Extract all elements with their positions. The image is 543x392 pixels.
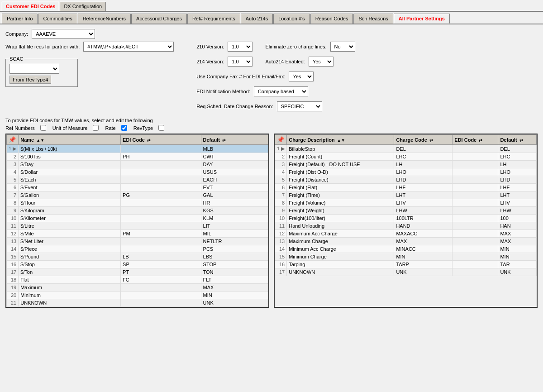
row-number: 14 <box>275 245 287 253</box>
ref-numbers-checkbox[interactable] <box>40 125 46 131</box>
left-table-row[interactable]: 7 $/Gallon PG GAL <box>7 191 268 199</box>
left-table-row[interactable]: 14 $/Piece PCS <box>7 245 268 253</box>
left-table-row[interactable]: 17 $/Ton PT TON <box>7 268 268 276</box>
eliminate-select[interactable]: No <box>330 42 355 52</box>
row-number: 7 <box>275 191 287 199</box>
rev-type-display: From RevType4 <box>10 76 51 84</box>
tab-reason-codes[interactable]: Reason Codes <box>310 14 353 24</box>
right-table-row[interactable]: 2 Freight (Count) LHC LHC <box>275 153 537 161</box>
row-name: $/Kilogram <box>19 207 121 215</box>
right-table-row[interactable]: 3 Freight (Default) - DO NOT USE LH LH <box>275 161 537 168</box>
left-table-row[interactable]: 11 $/Litre LIT <box>7 222 268 230</box>
auto214-label: Auto214 Enabled: <box>265 59 305 64</box>
right-table-row[interactable]: 12 Maximum Acc Charge MAXACC MAX <box>275 230 537 238</box>
tab-commodities[interactable]: Commodities <box>38 14 77 24</box>
wrap-flat-file-select[interactable]: #TMW,\P,<data>,#EOT <box>83 42 174 52</box>
left-th-name[interactable]: Name ▲▼ <box>19 135 121 145</box>
left-table-row[interactable]: 15 $/Pound LB LBS <box>7 253 268 261</box>
tab-dx-configuration[interactable]: DX Configuration <box>60 2 106 11</box>
unit-of-measure-checkbox[interactable] <box>93 125 99 131</box>
auto214-select[interactable]: Yes <box>309 57 333 67</box>
use-company-fax-select[interactable]: Yes <box>289 72 314 81</box>
tab-ref-requirements[interactable]: Ref# Requirements <box>187 14 240 24</box>
left-table-row[interactable]: 3 $/Day DAY <box>7 161 268 168</box>
right-th-pin[interactable]: 📌 <box>275 135 287 145</box>
row-name: $/Hour <box>19 199 121 207</box>
row-default: STOP <box>201 261 268 268</box>
tab-accessorial-charges[interactable]: Accessorial Charges <box>131 14 187 24</box>
right-table-row[interactable]: 10 Freight(100/liter) 100LTR 100 <box>275 215 537 222</box>
row-charge-code: LHV <box>394 199 452 207</box>
tab-sch-reasons[interactable]: Sch Reasons <box>353 14 393 24</box>
right-th-charge-code[interactable]: Charge Code ⇄ <box>394 135 452 145</box>
v210-select[interactable]: 1.0 <box>228 42 252 52</box>
left-table-row[interactable]: 19 Maximum MAX <box>7 284 268 292</box>
left-table-row[interactable]: 4 $/Dollar USUS <box>7 168 268 176</box>
company-row: Company: AAAEVE <box>5 29 538 39</box>
left-table-row[interactable]: 21 UNKNOWN UNK <box>7 299 268 307</box>
row-edi-code <box>452 253 498 261</box>
left-th-edi-code[interactable]: EDI Code ⇄ <box>121 135 201 145</box>
row-charge-desc: UNKNOWN <box>287 268 394 276</box>
left-table-row[interactable]: 8 $/Hour HR <box>7 199 268 207</box>
row-charge-code: LHO <box>394 168 452 176</box>
row-name: $/Each <box>19 176 121 184</box>
tab-customer-edi-codes[interactable]: Customer EDI Codes <box>2 2 59 11</box>
row-number: 9 <box>275 207 287 215</box>
v214-select[interactable]: 1.0 <box>228 57 252 67</box>
tab-reference-numbers[interactable]: ReferenceNumbers <box>78 14 131 24</box>
row-edi-code <box>121 215 201 222</box>
row-edi-code <box>452 161 498 168</box>
row-charge-desc: Freight (Dist O-D) <box>287 168 394 176</box>
right-table-row[interactable]: 14 Minimum Acc Charge MINACC MIN <box>275 245 537 253</box>
row-charge-code: UNK <box>394 268 452 276</box>
right-table-row[interactable]: 13 Maximum Charge MAX MAX <box>275 238 537 245</box>
row-number: 13 <box>275 238 287 245</box>
left-table-row[interactable]: 5 $/Each EACH <box>7 176 268 184</box>
right-table-row[interactable]: 15 Minimum Charge MIN MIN <box>275 253 537 261</box>
left-table-row[interactable]: 2 $/100 lbs PH CWT <box>7 153 268 161</box>
req-sched-select[interactable]: SPECIFIC <box>277 101 322 111</box>
rev-type-checkbox[interactable] <box>158 125 164 131</box>
left-table-row[interactable]: 20 Minimum MIN <box>7 292 268 299</box>
right-table-row[interactable]: 11 Hand Unloading HAND HAN <box>275 222 537 230</box>
right-table-row[interactable]: 6 Freight (Flat) LHF LHF <box>275 184 537 191</box>
rate-checkbox[interactable] <box>121 125 127 131</box>
row-default: USUS <box>201 168 268 176</box>
row-edi-code: SP <box>121 261 201 268</box>
left-th-pin[interactable]: 📌 <box>7 135 19 145</box>
left-table-row[interactable]: 6 $/Event EVT <box>7 184 268 191</box>
left-table-row[interactable]: 18 Flat FC FLT <box>7 276 268 284</box>
right-th-default[interactable]: Default ⇄ <box>498 135 537 145</box>
row-name: $/Dollar <box>19 168 121 176</box>
tab-all-partner-settings[interactable]: All Partner Settings <box>394 14 450 24</box>
row-charge-code: LH <box>394 161 452 168</box>
edi-notification-select[interactable]: Company based <box>254 86 308 96</box>
tab-partner-info[interactable]: Partner Info <box>2 14 38 24</box>
left-table-row[interactable]: 13 $/Net Liter NETLTR <box>7 238 268 245</box>
right-th-charge-desc[interactable]: Charge Description ▲▼ <box>287 135 394 145</box>
right-table-row[interactable]: 7 Freight (Time) LHT LHT <box>275 191 537 199</box>
eliminate-label: Eliminate zero charge lines: <box>265 44 326 49</box>
right-th-edi-code[interactable]: EDI Code ⇄ <box>452 135 498 145</box>
tab-location-numbers[interactable]: Location #'s <box>273 14 310 24</box>
right-table-row[interactable]: 17 UNKNOWN UNK UNK <box>275 268 537 276</box>
company-select[interactable]: AAAEVE <box>32 29 95 39</box>
right-table-row[interactable]: 16 Tarping TARP TAR <box>275 261 537 268</box>
right-table-row[interactable]: 5 Freight (Distance) LHD LHD <box>275 176 537 184</box>
left-table-row[interactable]: 16 $/Stop SP STOP <box>7 261 268 268</box>
right-table-row[interactable]: 1 ▶ BillableStop DEL DEL <box>275 145 537 153</box>
left-table-row[interactable]: 1 ▶ $(Mi x Lbs / 10k) MLB <box>7 145 268 153</box>
row-edi-code <box>452 199 498 207</box>
scac-select[interactable] <box>10 64 59 74</box>
left-table-row[interactable]: 12 $/Mile PM MIL <box>7 230 268 238</box>
info-text: To provide EDI codes for TMW values, sel… <box>5 118 538 123</box>
tab-auto-214s[interactable]: Auto 214s <box>241 14 273 24</box>
right-table-row[interactable]: 9 Freight (Weight) LHW LHW <box>275 207 537 215</box>
left-table-row[interactable]: 10 $/Kilometer KLM <box>7 215 268 222</box>
left-table-row[interactable]: 9 $/Kilogram KGS <box>7 207 268 215</box>
left-th-default[interactable]: Default ⇄ <box>201 135 268 145</box>
right-table-row[interactable]: 4 Freight (Dist O-D) LHO LHO <box>275 168 537 176</box>
right-table-row[interactable]: 8 Freight (Volume) LHV LHV <box>275 199 537 207</box>
row-charge-desc: BillableStop <box>287 145 394 153</box>
